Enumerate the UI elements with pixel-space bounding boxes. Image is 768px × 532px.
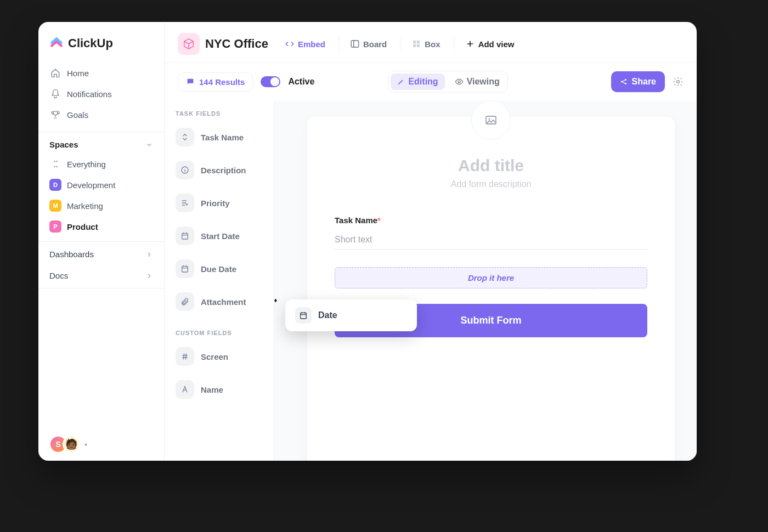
chevron-down-icon (145, 141, 153, 149)
space-badge: D (49, 179, 61, 191)
field-due-date[interactable]: Due Date (173, 255, 265, 288)
add-cover-button[interactable] (471, 100, 511, 140)
svg-rect-2 (417, 41, 420, 43)
plus-icon (465, 39, 475, 49)
field-attachment[interactable]: Attachment (173, 288, 265, 321)
nav-label: Home (67, 69, 89, 78)
brand-logo[interactable]: ClickUp (38, 32, 164, 60)
results-count: 144 Results (199, 77, 245, 87)
tab-label: Box (425, 39, 440, 49)
nav-docs[interactable]: Docs (38, 263, 164, 288)
svg-point-9 (677, 81, 680, 83)
svg-rect-0 (351, 41, 359, 47)
form-description-input[interactable]: Add form description (335, 179, 647, 189)
space-marketing[interactable]: M Marketing (38, 195, 164, 216)
workspace-switcher[interactable]: S 🧑🏾 ▾ (38, 428, 164, 461)
svg-rect-15 (301, 313, 307, 319)
sidebar: ClickUp Home Notifications Goals Spaces … (38, 22, 165, 461)
form-card: Add title Add form description Task Name… (307, 117, 675, 461)
field-label: Priority (201, 199, 230, 208)
caret-down-icon: ▾ (84, 442, 87, 448)
active-toggle[interactable] (261, 76, 280, 87)
brand-name: ClickUp (68, 36, 113, 50)
image-icon (484, 114, 498, 127)
mode-segment: Editing Viewing (388, 71, 507, 93)
nav-label: Notifications (67, 89, 112, 99)
dashboards-label: Dashboards (49, 250, 94, 259)
space-icon-badge[interactable] (178, 33, 200, 55)
svg-rect-3 (413, 44, 416, 47)
tab-embed[interactable]: Embed (279, 36, 331, 52)
attach-icon (176, 292, 194, 311)
field-task-name[interactable]: Task Name (173, 123, 265, 156)
name-icon (176, 128, 194, 146)
required-marker: * (377, 216, 381, 225)
space-title[interactable]: NYC Office (205, 37, 268, 51)
main-area: NYC Office Embed Board Box Add view 144 (165, 22, 697, 461)
space-product[interactable]: P Product (38, 216, 164, 237)
nav-notifications[interactable]: Notifications (43, 83, 160, 104)
space-badge: P (49, 220, 61, 233)
space-label: Everything (67, 160, 106, 169)
calendar-icon (295, 307, 312, 324)
field-priority[interactable]: Priority (173, 189, 265, 222)
fields-panel: TASK FIELDS Task Name Description Priori… (165, 100, 274, 461)
field-label: Name (201, 385, 223, 394)
space-everything[interactable]: ⁚⁚ Everything (38, 154, 164, 174)
svg-point-14 (489, 118, 490, 120)
nav-goals[interactable]: Goals (43, 104, 160, 125)
field-label: Description (201, 166, 246, 175)
nav-label: Goals (67, 110, 88, 120)
drag-field-chip[interactable]: Date (285, 299, 417, 331)
chat-icon (186, 77, 195, 86)
share-button[interactable]: Share (611, 71, 665, 92)
pencil-icon (397, 78, 405, 86)
tab-add-view[interactable]: Add view (454, 36, 520, 52)
form-field-input[interactable]: Short text (335, 230, 647, 250)
tab-label: Board (363, 39, 387, 49)
home-icon (50, 68, 60, 78)
svg-point-5 (458, 81, 460, 83)
trophy-icon (50, 110, 60, 120)
active-label: Active (288, 77, 314, 87)
avatar-stack: S 🧑🏾 (49, 435, 80, 453)
letter-icon (176, 380, 194, 399)
form-title-input[interactable]: Add title (335, 156, 647, 175)
cube-icon (183, 38, 195, 50)
field-label: Start Date (201, 231, 240, 241)
task-fields-title: TASK FIELDS (173, 106, 265, 123)
body-split: TASK FIELDS Task Name Description Priori… (165, 100, 697, 461)
space-label: Development (67, 180, 115, 190)
mode-viewing[interactable]: Viewing (447, 72, 507, 91)
drag-field-label: Date (318, 310, 337, 320)
primary-nav: Home Notifications Goals (38, 60, 164, 127)
field-label: Task Name (201, 133, 244, 142)
view-header: NYC Office Embed Board Box Add view (165, 22, 697, 63)
calendar-icon (176, 227, 194, 245)
drop-zone[interactable]: Drop it here (335, 267, 647, 288)
spaces-header[interactable]: Spaces (38, 132, 164, 154)
form-field-task-name[interactable]: Task Name* Short text (335, 216, 647, 250)
field-screen[interactable]: Screen (173, 343, 265, 376)
nav-home[interactable]: Home (43, 63, 160, 83)
box-icon (411, 39, 421, 49)
everything-icon: ⁚⁚ (49, 158, 61, 170)
calendar-icon (176, 259, 194, 278)
code-icon (285, 39, 295, 49)
clickup-logo-icon (49, 36, 64, 50)
avatar: 🧑🏾 (63, 435, 80, 453)
nav-dashboards[interactable]: Dashboards (38, 241, 164, 263)
tab-box[interactable]: Box (400, 36, 445, 52)
tab-board[interactable]: Board (338, 36, 392, 52)
gear-icon[interactable] (673, 76, 684, 87)
space-badge: M (49, 200, 61, 212)
field-description[interactable]: Description (173, 156, 265, 189)
svg-rect-12 (182, 266, 188, 272)
field-start-date[interactable]: Start Date (173, 222, 265, 255)
mode-editing[interactable]: Editing (391, 73, 444, 90)
hash-icon (176, 347, 194, 366)
move-cursor-icon (274, 295, 278, 307)
space-development[interactable]: D Development (38, 174, 164, 195)
field-name[interactable]: Name (173, 376, 265, 409)
results-pill[interactable]: 144 Results (178, 72, 253, 92)
